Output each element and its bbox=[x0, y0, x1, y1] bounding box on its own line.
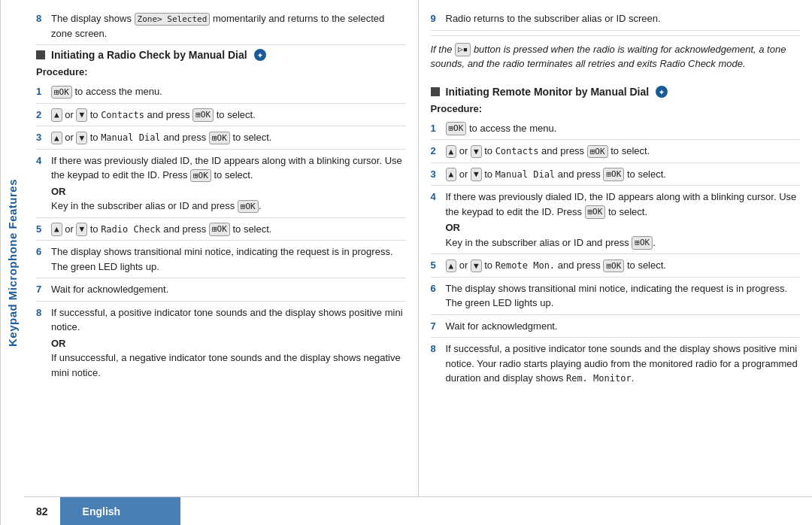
right-step-1: 1 ⊞OK to access the menu. bbox=[431, 117, 801, 141]
kbd-dn-3: ▼ bbox=[76, 132, 87, 144]
bottom-bar: 82 English bbox=[24, 496, 812, 525]
code-manualdial-3: Manual Dial bbox=[101, 132, 160, 143]
right-column: 9 Radio returns to the subscriber alias … bbox=[419, 0, 813, 496]
svg-text:✦: ✦ bbox=[659, 89, 665, 96]
right-heading-square-icon bbox=[431, 87, 440, 96]
right-step-8: 8 If successful, a positive indicator to… bbox=[431, 338, 801, 390]
r-code-remmon-8: Rem. Monitor bbox=[566, 373, 632, 384]
left-step-7: 7 Wait for acknowledgement. bbox=[36, 278, 406, 302]
r-kbd-ok-5: ⊞OK bbox=[603, 259, 624, 272]
left-section-title: Initiating a Radio Check by Manual Dial bbox=[51, 49, 247, 61]
r-code-manualdial-3: Manual Dial bbox=[495, 169, 555, 180]
right-step-2: 2 ▲ or ▼ to Contacts and press ⊞OK to se… bbox=[431, 140, 801, 163]
code-radiocheck-5: Radio Check bbox=[101, 224, 160, 235]
r-kbd-ok-1: ⊞OK bbox=[446, 122, 467, 135]
kbd-ok-3: ⊞OK bbox=[209, 132, 230, 144]
r-kbd-dn-2: ▼ bbox=[471, 145, 482, 158]
r-code-contacts-2: Contacts bbox=[495, 146, 539, 156]
svg-text:✦: ✦ bbox=[257, 52, 263, 59]
right-step-4: 4 If there was previously dialed ID, the… bbox=[431, 186, 801, 254]
step-8-content: The display shows Zone> Selected momenta… bbox=[51, 11, 406, 41]
r-kbd-dn-5: ▼ bbox=[471, 259, 482, 272]
right-section-title: Initiating Remote Monitor by Manual Dial bbox=[446, 86, 650, 98]
or-label-8: OR bbox=[51, 336, 406, 351]
r-kbd-dn-3: ▼ bbox=[471, 168, 482, 181]
r-kbd-up-5: ▲ bbox=[446, 259, 457, 272]
r-kbd-up-3: ▲ bbox=[446, 168, 457, 181]
step-num-8: 8 bbox=[36, 11, 47, 41]
kbd-dn-2: ▼ bbox=[76, 108, 87, 121]
left-column: 8 The display shows Zone> Selected momen… bbox=[24, 0, 419, 496]
left-step-1: 1 ⊞OK to access the menu. bbox=[36, 80, 406, 104]
r-kbd-ok-3: ⊞OK bbox=[603, 168, 624, 181]
blue-circle-icon: ✦ bbox=[253, 48, 267, 62]
left-step-4: 4 If there was previously dialed ID, the… bbox=[36, 150, 406, 218]
columns-area: 8 The display shows Zone> Selected momen… bbox=[24, 0, 812, 496]
zone-selected-code: Zone> Selected bbox=[135, 13, 211, 26]
kbd-up-3: ▲ bbox=[51, 132, 62, 144]
left-step-3: 3 ▲ or ▼ to Manual Dial and press ⊞OK to… bbox=[36, 126, 406, 150]
italic-note: If the ▷▪ button is pressed when the rad… bbox=[431, 35, 801, 74]
heading-square-icon bbox=[36, 50, 45, 59]
kbd-ptt-note: ▷▪ bbox=[455, 43, 471, 56]
right-blue-circle-icon: ✦ bbox=[655, 85, 668, 99]
left-step-6: 6 The display shows transitional mini no… bbox=[36, 241, 406, 278]
kbd-dn-5: ▼ bbox=[76, 223, 87, 235]
kbd-ok-4a: ⊞OK bbox=[190, 169, 211, 182]
code-contacts-2: Contacts bbox=[101, 110, 144, 120]
kbd-up-2: ▲ bbox=[51, 108, 62, 121]
vertical-tab-label: Keypad Microphone Features bbox=[0, 0, 24, 525]
or-label-4: OR bbox=[51, 184, 406, 199]
right-steps-list: 1 ⊞OK to access the menu. 2 ▲ or ▼ to Co… bbox=[431, 117, 801, 390]
kbd-ok-5: ⊞OK bbox=[209, 223, 230, 235]
main-content: 8 The display shows Zone> Selected momen… bbox=[24, 0, 812, 525]
kbd-up-5: ▲ bbox=[51, 223, 62, 235]
r-kbd-up-2: ▲ bbox=[446, 145, 457, 158]
r-kbd-ok-4a: ⊞OK bbox=[585, 205, 606, 218]
right-step-5: 5 ▲ or ▼ to Remote Mon. and press ⊞OK to… bbox=[431, 254, 801, 278]
english-language-bar: English bbox=[60, 497, 180, 525]
right-top-step: 9 Radio returns to the subscriber alias … bbox=[431, 8, 801, 31]
left-section-heading: Initiating a Radio Check by Manual Dial … bbox=[36, 45, 406, 62]
left-steps-list: 1 ⊞OK to access the menu. 2 ▲ or ▼ to Co… bbox=[36, 80, 406, 384]
page-number: 82 bbox=[24, 497, 60, 525]
right-step-6: 6 The display shows transitional mini no… bbox=[431, 278, 801, 315]
right-procedure-label: Procedure: bbox=[431, 103, 801, 114]
right-step-3: 3 ▲ or ▼ to Manual Dial and press ⊞OK to… bbox=[431, 163, 801, 187]
left-step-8: 8 If successful, a positive indicator to… bbox=[36, 302, 406, 384]
r-or-label-4: OR bbox=[446, 220, 801, 235]
r-kbd-ok-4b: ⊞OK bbox=[632, 236, 653, 249]
kbd-ok-4b: ⊞OK bbox=[238, 200, 259, 213]
kbd-ok-1: ⊞OK bbox=[51, 86, 72, 99]
right-section-heading: Initiating Remote Monitor by Manual Dial… bbox=[431, 82, 801, 99]
r-kbd-ok-2: ⊞OK bbox=[587, 145, 608, 158]
left-top-step: 8 The display shows Zone> Selected momen… bbox=[36, 8, 406, 45]
left-step-2: 2 ▲ or ▼ to Contacts and press ⊞OK to se… bbox=[36, 104, 406, 127]
left-step-5: 5 ▲ or ▼ to Radio Check and press ⊞OK to… bbox=[36, 218, 406, 241]
left-procedure-label: Procedure: bbox=[36, 66, 406, 77]
kbd-ok-2: ⊞OK bbox=[192, 108, 214, 121]
r-code-remotemon-5: Remote Mon. bbox=[495, 260, 555, 271]
right-step-7: 7 Wait for acknowledgment. bbox=[431, 315, 801, 338]
